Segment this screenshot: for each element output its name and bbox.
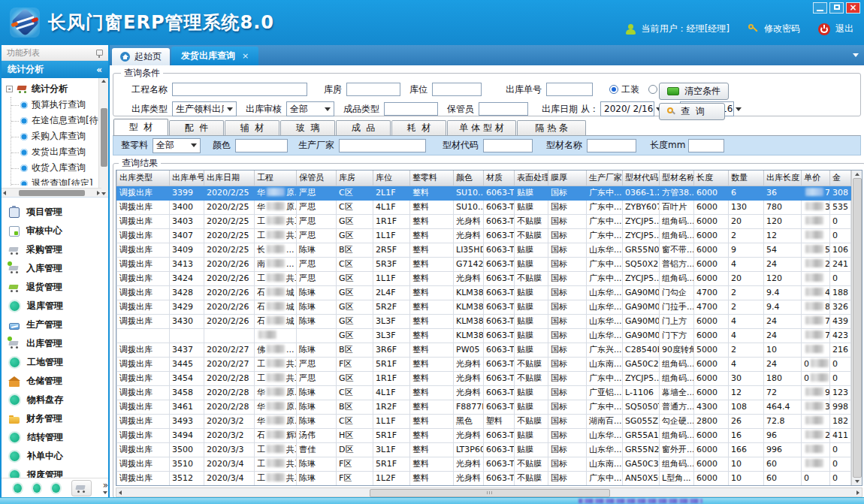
table-row[interactable]: 调拨出库34542020/2/28工共工程严思G区1R1F整料光身料6063-T… [117, 371, 851, 385]
whole-piece-select[interactable]: 全部 [153, 138, 201, 153]
column-header[interactable]: 材质 [484, 171, 515, 186]
column-header[interactable]: 生产厂家 [587, 171, 623, 186]
minimize-button[interactable] [813, 2, 827, 14]
table-row[interactable]: 调拨出库34452020/2/27工共工程严思F区5R1F整料光身料6063-T… [117, 357, 851, 371]
manufacturer-input[interactable] [339, 139, 426, 152]
gongzhuang-radio-label[interactable]: 工装 [621, 83, 639, 96]
cart-shortcut-button[interactable] [71, 480, 92, 496]
sidebar-item[interactable]: 退库管理 [2, 297, 108, 315]
table-row[interactable]: G区3L3F整料KLM38176063-T5贴膜国标山东华...GA90M09.… [117, 328, 851, 343]
column-header[interactable]: 膜厚 [548, 171, 587, 186]
tree-expander-icon[interactable]: - [6, 86, 13, 92]
tree-item[interactable]: 在途信息查询[待 [11, 113, 108, 128]
grid-horizontal-scrollbar[interactable] [116, 487, 862, 497]
project-name-input[interactable] [172, 83, 307, 96]
column-header[interactable]: 出库类型 [117, 171, 170, 186]
column-header[interactable]: 型材代码 [623, 171, 660, 186]
product-type-input[interactable] [384, 102, 438, 116]
collapse-icon[interactable]: « [96, 65, 102, 75]
column-header[interactable]: 整零料 [410, 171, 454, 186]
sidebar-item[interactable]: 退货管理 [2, 278, 108, 297]
table-row[interactable]: 调拨出库35122020/3/4工共工程陈琳F区1L2F整料光身料6063-T5… [117, 471, 851, 485]
column-header[interactable]: 保管员 [297, 171, 337, 186]
table-row[interactable]: 调拨出库35002020/3/3工共工程曹佳D区3L1F整料LT3P606063… [117, 442, 851, 457]
material-tab[interactable]: 辅 材 [225, 120, 279, 135]
tree-item[interactable]: 退货查询[待定] [11, 176, 108, 186]
material-tab[interactable]: 隔 热 条 [517, 120, 586, 135]
gongzhuang-radio[interactable] [609, 85, 618, 94]
column-header[interactable]: 出库长度 [764, 171, 802, 186]
sidebar-item[interactable]: 出库管理 [2, 334, 108, 353]
profile-code-input[interactable] [483, 139, 533, 152]
table-row[interactable]: 调拨出库34002020/2/25华原...严思C区4L1F整料SU10...6… [117, 200, 851, 214]
material-tab[interactable]: 型 材 [113, 119, 168, 135]
material-tab[interactable]: 配 件 [169, 120, 224, 135]
tab-close-icon[interactable]: × [242, 51, 249, 61]
sidebar-item[interactable]: 仓储管理 [2, 372, 108, 391]
audit-select[interactable]: 全部 [286, 101, 334, 116]
column-header[interactable]: 金 [830, 171, 851, 186]
table-row[interactable]: 调拨出库34302020/2/26石城陈琳G区3L3F整料KLM38176063… [117, 314, 851, 328]
table-row[interactable]: 调拨出库34942020/3/2石辉城汤伟H区5R1F整料光身料6063-T5贴… [117, 428, 851, 442]
tree-item[interactable]: 收货入库查询 [11, 160, 108, 176]
color-input[interactable] [235, 139, 288, 152]
length-input[interactable] [688, 139, 724, 152]
search-button[interactable]: 查 询 [659, 103, 725, 120]
column-header[interactable]: 型材名称 [660, 171, 694, 186]
tree-root[interactable]: - 统计分析 [2, 78, 108, 97]
sidebar-item[interactable]: 补单中心 [2, 447, 108, 466]
circle-icon[interactable] [52, 484, 60, 493]
circle-icon[interactable] [14, 484, 22, 493]
column-header[interactable]: 库房 [337, 171, 373, 186]
circle-icon[interactable] [33, 484, 41, 493]
sidebar-item[interactable]: 财务管理 [2, 409, 108, 428]
tree-item[interactable]: 采购入库查询 [11, 128, 108, 144]
sidebar-item[interactable]: 工地管理 [2, 353, 108, 372]
date-from-select[interactable]: 2020/ 2/16 [600, 101, 654, 116]
tree-item[interactable]: 预算执行查询 [11, 97, 108, 113]
out-type-select[interactable]: 生产领料出库 [172, 101, 237, 116]
tree-item[interactable]: 发货出库查询 [11, 144, 108, 160]
location-input[interactable] [432, 83, 482, 96]
material-tab[interactable]: 成 品 [336, 120, 391, 135]
tree-horizontal-scrollbar[interactable] [2, 188, 101, 197]
material-tab[interactable]: 耗 材 [391, 120, 446, 135]
column-header[interactable]: 单价 [802, 171, 830, 186]
material-tab[interactable]: 玻 璃 [280, 120, 335, 135]
sidebar-item[interactable]: 结转管理 [2, 428, 108, 447]
profile-name-input[interactable] [587, 139, 636, 152]
sidebar-item[interactable]: 生产管理 [2, 315, 108, 334]
sidebar-item[interactable]: 审核中心 [2, 222, 108, 240]
column-header[interactable]: 长度 [694, 171, 729, 186]
column-header[interactable]: 库位 [373, 171, 410, 186]
keeper-input[interactable] [479, 102, 528, 116]
column-header[interactable]: 出库日期 [204, 171, 255, 186]
table-row[interactable]: 调拨出库35102020/3/4工共工程陈琳F区5R1F整料光身料6063-T5… [117, 457, 851, 471]
column-header[interactable]: 表面处理 [515, 171, 548, 186]
table-row[interactable]: 调拨出库34582020/2/28华原...陈琳C区4L1F整料光身料6063-… [117, 385, 851, 400]
table-row[interactable]: 调拨出库34372020/2/27佛...陈琳B区3R6F整料PW056063-… [117, 343, 851, 357]
tab-shipment-query[interactable]: 发货出库查询 × [171, 47, 258, 65]
more-button[interactable]: » [103, 482, 108, 494]
tabbar-dropdown-icon[interactable] [853, 53, 859, 57]
sidebar-item[interactable]: 物料盘存 [2, 391, 108, 409]
column-header[interactable]: 颜色 [454, 171, 484, 186]
column-header[interactable]: 工程 [255, 171, 297, 186]
table-row[interactable]: 调拨出库34032020/2/25工共工程严思G区1R1F整料光身料6063-T… [117, 214, 851, 228]
table-row[interactable]: 调拨出库34072020/2/25工共工程严思G区1L1F整料光身料6063-T… [117, 228, 851, 243]
table-row[interactable]: 调拨出库34292020/2/26石城陈琳G区5R2F整料KLM38176063… [117, 300, 851, 314]
column-header[interactable]: 出库单号 [170, 171, 204, 186]
table-row[interactable]: 调拨出库34282020/2/26石城陈琳G区2L4F整料KLM38176063… [117, 285, 851, 300]
clear-conditions-button[interactable]: 清空条件 [659, 83, 729, 100]
logout-link[interactable]: 退出 [835, 23, 853, 35]
tab-home[interactable]: 起始页 [112, 48, 170, 65]
table-row[interactable]: 调拨出库34242020/2/26工共工程严思G区1L1F整料光身料6063-T… [117, 271, 851, 285]
sidebar-item[interactable]: 项目管理 [2, 203, 108, 222]
close-button[interactable]: × [846, 2, 860, 14]
warehouse-input[interactable] [346, 83, 400, 96]
material-tab[interactable]: 单 体 型 材 [447, 120, 516, 135]
maximize-button[interactable] [829, 2, 844, 14]
sidebar-section-header[interactable]: 统计分析 « [2, 61, 108, 78]
sidebar-item[interactable]: 报废管理 [2, 466, 108, 478]
column-header[interactable]: 数量 [729, 171, 764, 186]
